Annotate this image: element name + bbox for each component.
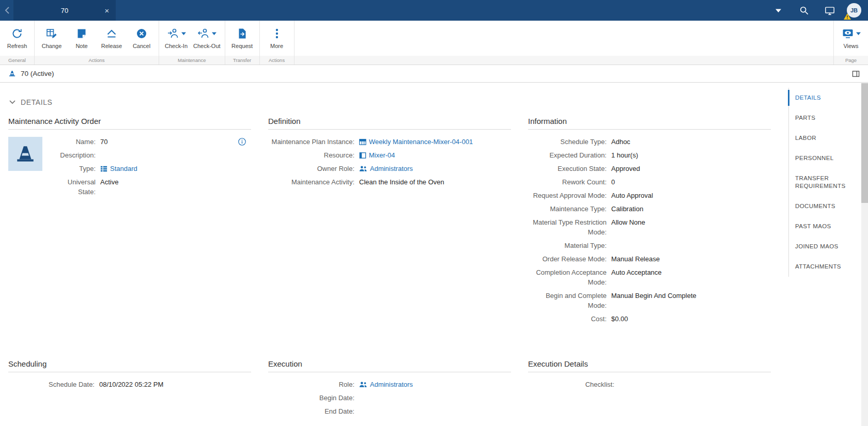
toggle-panel-icon[interactable] — [852, 70, 860, 77]
check-in-label: Check-In — [165, 43, 188, 49]
back-icon[interactable] — [0, 0, 13, 21]
field-row: Name: 70 — [51, 137, 251, 147]
mao-icon — [8, 70, 16, 77]
cancel-icon — [135, 27, 148, 40]
field-row: Expected Duration: 1 hour(s) — [528, 150, 771, 160]
nav-item[interactable]: PAST MAOS — [789, 216, 858, 236]
top-bar: 70 × JB — [0, 0, 868, 21]
field-label: Rework Count: — [528, 177, 611, 187]
nav-item-label: DETAILS — [795, 94, 821, 101]
note-icon — [75, 27, 88, 40]
type-link-label: Standard — [110, 164, 137, 173]
field-row: Maintenance Type: Calibration — [528, 204, 771, 214]
check-in-icon — [167, 27, 179, 40]
plan-instance-icon — [359, 138, 366, 146]
nav-item[interactable]: LABOR — [789, 128, 858, 148]
field-label: Maintenance Activity: — [268, 177, 359, 187]
nav-item-label: TRANSFER REQUIREMENTS — [795, 175, 845, 189]
field-label: Material Type Restriction Mode: — [528, 217, 611, 237]
tab-close-icon[interactable]: × — [103, 6, 111, 14]
refresh-button[interactable]: Refresh — [2, 25, 32, 51]
ribbon-group-actions: Change Note Release Cancel Actions — [35, 21, 159, 65]
field-label: Type: — [51, 164, 100, 173]
details-section-toggle[interactable]: DETAILS — [9, 98, 775, 106]
scheduling-card: Scheduling Schedule Date: 08/10/2022 05:… — [8, 359, 251, 393]
resource-link-label: Mixer-04 — [369, 150, 395, 160]
field-label: Name: — [51, 137, 100, 147]
monitor-icon[interactable] — [821, 0, 839, 21]
info-icon[interactable] — [237, 137, 247, 147]
field-row: Schedule Date: 08/10/2022 05:22 PM — [8, 380, 251, 389]
mao-cone-icon — [8, 137, 42, 171]
field-value: 0 — [611, 177, 615, 187]
nav-item-label: PERSONNEL — [795, 155, 834, 161]
ribbon-group-label: Transfer — [227, 56, 257, 65]
note-label: Note — [75, 43, 87, 49]
field-row: Order Release Mode: Manual Release — [528, 254, 771, 264]
field-label: Expected Duration: — [528, 150, 611, 160]
resource-icon — [359, 152, 366, 159]
views-button[interactable]: Views — [836, 25, 866, 51]
field-value: Adhoc — [611, 137, 630, 147]
ribbon-group-actions-2: More Actions — [260, 21, 295, 65]
ribbon-group-transfer: Request Transfer — [225, 21, 260, 65]
nav-item[interactable]: PARTS — [789, 108, 858, 128]
field-value: 08/10/2022 05:22 PM — [99, 380, 163, 389]
cancel-button[interactable]: Cancel — [127, 25, 157, 51]
tab-70[interactable]: 70 × — [13, 0, 116, 21]
avatar[interactable]: JB — [847, 3, 861, 18]
field-row: Completion Acceptance Mode: Auto Accepta… — [528, 267, 771, 287]
field-label: Resource: — [268, 150, 359, 160]
request-label: Request — [231, 43, 253, 49]
ribbon-group-maintenance: Check-In Check-Out Maintenance — [159, 21, 225, 65]
nav-item[interactable]: DOCUMENTS — [789, 196, 858, 216]
request-icon — [236, 27, 249, 40]
nav-item[interactable]: PERSONNEL — [789, 148, 858, 168]
check-in-button[interactable]: Check-In — [161, 25, 191, 51]
resource-link[interactable]: Mixer-04 — [359, 150, 395, 160]
nav-item[interactable]: JOINED MAOS — [789, 236, 858, 257]
scrollbar-thumb[interactable] — [861, 83, 868, 203]
type-link[interactable]: Standard — [100, 164, 137, 173]
chevron-down-icon — [856, 32, 861, 35]
field-value: 1 hour(s) — [611, 150, 638, 160]
field-row: Universal State: Active — [51, 177, 251, 197]
owner-role-link[interactable]: Administrators — [359, 164, 413, 173]
field-label: Request Approval Mode: — [528, 191, 611, 200]
chevron-down-icon — [181, 32, 186, 35]
execution-role-link[interactable]: Administrators — [359, 380, 413, 389]
field-value: Clean the Inside of the Oven — [359, 177, 444, 187]
card-title: Maintenance Activity Order — [8, 117, 251, 130]
plan-instance-link[interactable]: Weekly Maintenance-Mixer-04-001 — [359, 137, 473, 147]
nav-item-label: JOINED MAOS — [795, 243, 839, 249]
request-button[interactable]: Request — [227, 25, 257, 51]
nav-item-label: PAST MAOS — [795, 223, 831, 229]
people-icon — [359, 381, 367, 388]
check-out-button[interactable]: Check-Out — [191, 25, 223, 51]
field-label: Begin and Complete Mode: — [528, 291, 611, 310]
nav-item-label: ATTACHMENTS — [795, 263, 841, 270]
details-section-title: DETAILS — [21, 98, 53, 106]
change-button[interactable]: Change — [37, 25, 67, 51]
field-label: Begin Date: — [268, 393, 359, 403]
nav-item[interactable]: DETAILS — [789, 88, 858, 108]
views-label: Views — [843, 43, 858, 49]
release-icon — [105, 27, 118, 40]
field-row: Description: — [51, 150, 251, 160]
more-button[interactable]: More — [262, 25, 292, 51]
card-title: Execution Details — [528, 359, 771, 372]
field-row: Execution State: Approved — [528, 164, 771, 173]
tabs-dropdown-icon[interactable] — [769, 0, 787, 21]
search-icon[interactable] — [795, 0, 813, 21]
nav-item[interactable]: TRANSFER REQUIREMENTS — [789, 168, 858, 196]
field-value: Calibration — [611, 204, 643, 214]
note-button[interactable]: Note — [67, 25, 97, 51]
ribbon-group-page: Views Page — [833, 21, 868, 65]
nav-item[interactable]: ATTACHMENTS — [789, 257, 858, 277]
card-title: Information — [528, 117, 771, 130]
scrollbar[interactable] — [861, 83, 868, 426]
plan-instance-label: Weekly Maintenance-Mixer-04-001 — [369, 137, 473, 147]
field-label: Schedule Date: — [8, 380, 99, 389]
field-row: Request Approval Mode: Auto Approval — [528, 191, 771, 200]
release-button[interactable]: Release — [97, 25, 127, 51]
